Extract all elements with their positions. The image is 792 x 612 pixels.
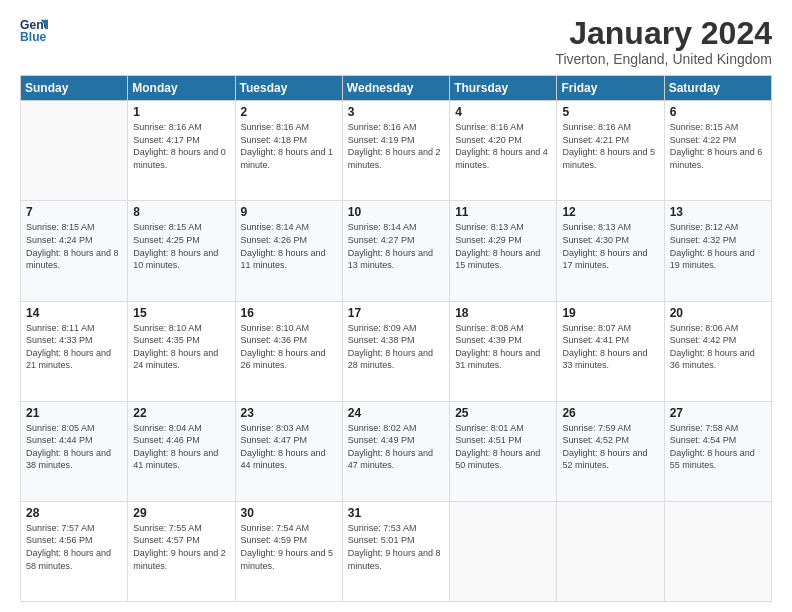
calendar-week-4: 28Sunrise: 7:57 AM Sunset: 4:56 PM Dayli… xyxy=(21,501,772,601)
day-number: 23 xyxy=(241,406,337,420)
day-info: Sunrise: 7:58 AM Sunset: 4:54 PM Dayligh… xyxy=(670,422,766,472)
day-number: 8 xyxy=(133,205,229,219)
day-number: 30 xyxy=(241,506,337,520)
day-number: 6 xyxy=(670,105,766,119)
calendar-day: 26Sunrise: 7:59 AM Sunset: 4:52 PM Dayli… xyxy=(557,401,664,501)
calendar-day xyxy=(557,501,664,601)
day-info: Sunrise: 8:02 AM Sunset: 4:49 PM Dayligh… xyxy=(348,422,444,472)
day-info: Sunrise: 7:57 AM Sunset: 4:56 PM Dayligh… xyxy=(26,522,122,572)
calendar-day: 11Sunrise: 8:13 AM Sunset: 4:29 PM Dayli… xyxy=(450,201,557,301)
calendar-day: 5Sunrise: 8:16 AM Sunset: 4:21 PM Daylig… xyxy=(557,101,664,201)
day-number: 11 xyxy=(455,205,551,219)
location: Tiverton, England, United Kingdom xyxy=(555,51,772,67)
title-block: January 2024 Tiverton, England, United K… xyxy=(555,16,772,67)
calendar-day: 29Sunrise: 7:55 AM Sunset: 4:57 PM Dayli… xyxy=(128,501,235,601)
day-number: 17 xyxy=(348,306,444,320)
calendar-day: 10Sunrise: 8:14 AM Sunset: 4:27 PM Dayli… xyxy=(342,201,449,301)
calendar-week-3: 21Sunrise: 8:05 AM Sunset: 4:44 PM Dayli… xyxy=(21,401,772,501)
calendar-day xyxy=(450,501,557,601)
day-info: Sunrise: 8:16 AM Sunset: 4:17 PM Dayligh… xyxy=(133,121,229,171)
day-info: Sunrise: 8:09 AM Sunset: 4:38 PM Dayligh… xyxy=(348,322,444,372)
day-info: Sunrise: 8:14 AM Sunset: 4:26 PM Dayligh… xyxy=(241,221,337,271)
day-info: Sunrise: 8:16 AM Sunset: 4:21 PM Dayligh… xyxy=(562,121,658,171)
day-number: 14 xyxy=(26,306,122,320)
day-info: Sunrise: 8:06 AM Sunset: 4:42 PM Dayligh… xyxy=(670,322,766,372)
day-info: Sunrise: 8:10 AM Sunset: 4:35 PM Dayligh… xyxy=(133,322,229,372)
day-number: 13 xyxy=(670,205,766,219)
day-number: 10 xyxy=(348,205,444,219)
day-number: 25 xyxy=(455,406,551,420)
day-info: Sunrise: 7:59 AM Sunset: 4:52 PM Dayligh… xyxy=(562,422,658,472)
calendar-day: 21Sunrise: 8:05 AM Sunset: 4:44 PM Dayli… xyxy=(21,401,128,501)
day-number: 7 xyxy=(26,205,122,219)
calendar-day: 14Sunrise: 8:11 AM Sunset: 4:33 PM Dayli… xyxy=(21,301,128,401)
day-info: Sunrise: 8:15 AM Sunset: 4:24 PM Dayligh… xyxy=(26,221,122,271)
day-info: Sunrise: 8:12 AM Sunset: 4:32 PM Dayligh… xyxy=(670,221,766,271)
calendar-week-0: 1Sunrise: 8:16 AM Sunset: 4:17 PM Daylig… xyxy=(21,101,772,201)
calendar-week-2: 14Sunrise: 8:11 AM Sunset: 4:33 PM Dayli… xyxy=(21,301,772,401)
svg-text:Blue: Blue xyxy=(20,30,47,44)
calendar-day: 23Sunrise: 8:03 AM Sunset: 4:47 PM Dayli… xyxy=(235,401,342,501)
calendar-day xyxy=(21,101,128,201)
calendar-day: 25Sunrise: 8:01 AM Sunset: 4:51 PM Dayli… xyxy=(450,401,557,501)
day-number: 16 xyxy=(241,306,337,320)
day-number: 27 xyxy=(670,406,766,420)
col-wednesday: Wednesday xyxy=(342,76,449,101)
day-info: Sunrise: 7:54 AM Sunset: 4:59 PM Dayligh… xyxy=(241,522,337,572)
logo-icon: General Blue xyxy=(20,16,48,44)
day-number: 9 xyxy=(241,205,337,219)
calendar-day: 12Sunrise: 8:13 AM Sunset: 4:30 PM Dayli… xyxy=(557,201,664,301)
col-saturday: Saturday xyxy=(664,76,771,101)
col-friday: Friday xyxy=(557,76,664,101)
day-number: 18 xyxy=(455,306,551,320)
day-info: Sunrise: 7:55 AM Sunset: 4:57 PM Dayligh… xyxy=(133,522,229,572)
logo: General Blue xyxy=(20,16,48,44)
page: General Blue January 2024 Tiverton, Engl… xyxy=(0,0,792,612)
calendar-day: 1Sunrise: 8:16 AM Sunset: 4:17 PM Daylig… xyxy=(128,101,235,201)
day-number: 20 xyxy=(670,306,766,320)
day-number: 29 xyxy=(133,506,229,520)
day-number: 31 xyxy=(348,506,444,520)
day-info: Sunrise: 8:08 AM Sunset: 4:39 PM Dayligh… xyxy=(455,322,551,372)
calendar-day: 8Sunrise: 8:15 AM Sunset: 4:25 PM Daylig… xyxy=(128,201,235,301)
month-title: January 2024 xyxy=(555,16,772,51)
col-thursday: Thursday xyxy=(450,76,557,101)
day-number: 15 xyxy=(133,306,229,320)
day-number: 19 xyxy=(562,306,658,320)
calendar-day: 13Sunrise: 8:12 AM Sunset: 4:32 PM Dayli… xyxy=(664,201,771,301)
day-info: Sunrise: 8:05 AM Sunset: 4:44 PM Dayligh… xyxy=(26,422,122,472)
calendar-day: 24Sunrise: 8:02 AM Sunset: 4:49 PM Dayli… xyxy=(342,401,449,501)
day-number: 21 xyxy=(26,406,122,420)
day-number: 28 xyxy=(26,506,122,520)
calendar-day xyxy=(664,501,771,601)
calendar-day: 22Sunrise: 8:04 AM Sunset: 4:46 PM Dayli… xyxy=(128,401,235,501)
day-info: Sunrise: 8:11 AM Sunset: 4:33 PM Dayligh… xyxy=(26,322,122,372)
calendar-day: 31Sunrise: 7:53 AM Sunset: 5:01 PM Dayli… xyxy=(342,501,449,601)
day-info: Sunrise: 8:04 AM Sunset: 4:46 PM Dayligh… xyxy=(133,422,229,472)
calendar-day: 15Sunrise: 8:10 AM Sunset: 4:35 PM Dayli… xyxy=(128,301,235,401)
day-info: Sunrise: 8:16 AM Sunset: 4:20 PM Dayligh… xyxy=(455,121,551,171)
calendar-table: Sunday Monday Tuesday Wednesday Thursday… xyxy=(20,75,772,602)
day-info: Sunrise: 8:16 AM Sunset: 4:19 PM Dayligh… xyxy=(348,121,444,171)
calendar-day: 20Sunrise: 8:06 AM Sunset: 4:42 PM Dayli… xyxy=(664,301,771,401)
day-number: 12 xyxy=(562,205,658,219)
day-info: Sunrise: 8:13 AM Sunset: 4:29 PM Dayligh… xyxy=(455,221,551,271)
calendar-day: 19Sunrise: 8:07 AM Sunset: 4:41 PM Dayli… xyxy=(557,301,664,401)
day-number: 3 xyxy=(348,105,444,119)
day-info: Sunrise: 8:03 AM Sunset: 4:47 PM Dayligh… xyxy=(241,422,337,472)
day-number: 22 xyxy=(133,406,229,420)
day-info: Sunrise: 7:53 AM Sunset: 5:01 PM Dayligh… xyxy=(348,522,444,572)
col-tuesday: Tuesday xyxy=(235,76,342,101)
day-info: Sunrise: 8:07 AM Sunset: 4:41 PM Dayligh… xyxy=(562,322,658,372)
col-monday: Monday xyxy=(128,76,235,101)
day-info: Sunrise: 8:15 AM Sunset: 4:25 PM Dayligh… xyxy=(133,221,229,271)
col-sunday: Sunday xyxy=(21,76,128,101)
day-number: 26 xyxy=(562,406,658,420)
day-info: Sunrise: 8:16 AM Sunset: 4:18 PM Dayligh… xyxy=(241,121,337,171)
calendar-day: 3Sunrise: 8:16 AM Sunset: 4:19 PM Daylig… xyxy=(342,101,449,201)
calendar-day: 2Sunrise: 8:16 AM Sunset: 4:18 PM Daylig… xyxy=(235,101,342,201)
day-info: Sunrise: 8:14 AM Sunset: 4:27 PM Dayligh… xyxy=(348,221,444,271)
calendar-day: 30Sunrise: 7:54 AM Sunset: 4:59 PM Dayli… xyxy=(235,501,342,601)
day-number: 4 xyxy=(455,105,551,119)
day-number: 2 xyxy=(241,105,337,119)
